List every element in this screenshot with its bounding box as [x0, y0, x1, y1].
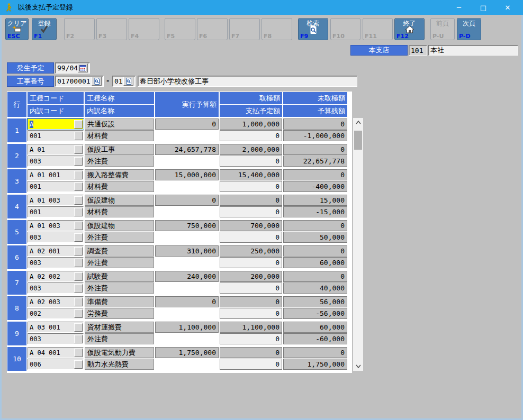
branch-code-field: 101	[409, 45, 427, 56]
maximize-button[interactable]: □	[471, 0, 495, 15]
budget-amount-cell: 0	[155, 296, 219, 307]
project-subcode-field[interactable]: 01	[112, 76, 136, 87]
col-header-kind-code: 工種コード	[28, 92, 84, 104]
toolbar-button-f9[interactable]: 検索F9	[298, 18, 328, 40]
window-title: 以後支払予定登録	[18, 3, 73, 12]
toolbar-button-f12[interactable]: 終了F12	[394, 18, 425, 40]
lookup-icon[interactable]	[74, 259, 83, 267]
detail-name-cell: 材料費	[85, 206, 154, 217]
kind-code-field[interactable]: A 02 001	[28, 245, 84, 257]
unagreed-amount-cell: 0	[283, 169, 347, 180]
lookup-icon[interactable]	[74, 171, 83, 179]
lookup-icon[interactable]	[74, 208, 83, 216]
lookup-icon[interactable]	[74, 349, 83, 357]
kind-code-field[interactable]: A 01 003	[28, 220, 84, 231]
kind-code-field[interactable]: A 01 003	[28, 195, 84, 206]
detail-code-field[interactable]: 003	[28, 232, 84, 243]
scrollbar-thumb[interactable]	[354, 131, 362, 150]
detail-code-field[interactable]: 002	[28, 308, 84, 319]
detail-code-field[interactable]: 003	[28, 333, 84, 344]
table-body: 1 A 001 共通仮設 材料費 0 1,000,000 0 0 -1,000,…	[7, 117, 352, 373]
toolbar-button-p-d[interactable]: 次頁P-D	[457, 18, 481, 40]
col-header-detail-name: 内訳名称	[85, 105, 154, 117]
lookup-icon[interactable]	[74, 145, 83, 154]
minimize-button[interactable]: ─	[447, 0, 471, 15]
lookup-icon[interactable]	[123, 77, 133, 86]
kind-code-field[interactable]: A 02 002	[28, 271, 84, 282]
vertical-scrollbar[interactable]	[353, 118, 363, 371]
toolbar-button-f7: F7	[229, 18, 260, 40]
detail-code-field[interactable]: 003	[28, 282, 84, 294]
scroll-down-icon[interactable]	[353, 362, 363, 371]
kind-code-field[interactable]: A 01	[28, 144, 84, 155]
kind-code-field[interactable]: A	[28, 118, 84, 130]
budget-amount-cell: 0	[155, 195, 219, 206]
kind-code-field[interactable]: A 02 003	[28, 296, 84, 307]
lookup-icon[interactable]	[74, 247, 83, 255]
scroll-up-icon[interactable]	[353, 118, 363, 127]
detail-code-field[interactable]: 001	[28, 130, 84, 141]
lookup-icon[interactable]	[74, 222, 83, 230]
detail-code-field[interactable]: 003	[28, 156, 84, 167]
lookup-icon[interactable]	[74, 284, 83, 293]
occur-month-value: 99/04	[57, 64, 78, 72]
calendar-icon[interactable]	[78, 63, 88, 72]
lookup-icon[interactable]	[74, 272, 83, 281]
kind-code-field[interactable]: A 03 001	[28, 322, 84, 333]
payment-amount-field[interactable]: 0	[220, 156, 282, 167]
col-header-row-no: 行No.	[7, 92, 26, 117]
lookup-icon[interactable]	[74, 157, 83, 166]
lookup-icon[interactable]	[74, 298, 83, 306]
project-code-value: 01700001	[57, 77, 91, 85]
detail-code-field[interactable]: 001	[28, 206, 84, 217]
payment-amount-field[interactable]: 0	[220, 181, 282, 192]
toolbar-button-f11: F11	[363, 18, 393, 40]
detail-name-cell: 外注費	[85, 282, 154, 294]
payment-amount-field[interactable]: 0	[220, 232, 282, 243]
lookup-icon[interactable]	[74, 182, 83, 191]
toolbar-button-f1[interactable]: 登録F1	[32, 18, 57, 40]
payment-amount-field[interactable]: 0	[220, 206, 282, 217]
unagreed-amount-cell: 0	[283, 271, 347, 282]
payment-amount-field[interactable]: 0	[220, 308, 282, 319]
lookup-icon[interactable]	[74, 309, 83, 318]
lookup-icon[interactable]	[74, 233, 83, 242]
remaining-amount-cell: 22,657,778	[283, 156, 347, 167]
table-row: 7 A 02 002 003 試験費 外注費 240,000 200,000 0…	[7, 271, 351, 295]
toolbar-button-f6: F6	[197, 18, 228, 40]
branch-name-field: 本社	[428, 45, 518, 56]
detail-code-field[interactable]: 006	[28, 359, 84, 370]
remaining-amount-cell: 60,000	[283, 257, 347, 268]
toolbar-button-f3: F3	[96, 18, 127, 40]
lookup-icon[interactable]	[92, 77, 102, 86]
payment-amount-field[interactable]: 0	[220, 333, 282, 344]
toolbar-button-esc[interactable]: クリアESC	[5, 18, 29, 40]
detail-code-field[interactable]: 003	[28, 257, 84, 268]
lookup-icon[interactable]	[74, 335, 83, 343]
lookup-icon[interactable]	[74, 120, 83, 129]
detail-name-cell: 外注費	[85, 257, 154, 268]
agreed-amount-cell: 700,000	[220, 220, 282, 231]
remaining-amount-cell: -1,000,000	[283, 130, 347, 141]
detail-code-field[interactable]: 001	[28, 181, 84, 192]
row-number: 3	[7, 169, 26, 193]
lookup-icon[interactable]	[74, 132, 83, 140]
kind-name-cell: 仮設建物	[85, 195, 154, 206]
budget-empty-cell	[155, 308, 219, 319]
payment-amount-field[interactable]: 0	[220, 282, 282, 294]
lookup-icon[interactable]	[74, 360, 83, 369]
project-code-field[interactable]: 01700001	[55, 76, 104, 87]
toolbar-button-f10: F10	[330, 18, 360, 40]
occur-month-field[interactable]: 99/04	[55, 62, 90, 74]
lookup-icon[interactable]	[74, 196, 83, 205]
agreed-amount-cell: 0	[220, 296, 282, 307]
payment-amount-field[interactable]: 0	[220, 130, 282, 141]
close-button[interactable]: ✕	[495, 0, 520, 15]
payment-amount-field[interactable]: 0	[220, 257, 282, 268]
kind-code-field[interactable]: A 01 001	[28, 169, 84, 180]
project-name-field: 春日部小学校改修工事	[138, 76, 357, 87]
payment-amount-field[interactable]: 0	[220, 359, 282, 370]
budget-amount-cell: 1,100,000	[155, 322, 219, 333]
lookup-icon[interactable]	[74, 323, 83, 332]
kind-code-field[interactable]: A 04 001	[28, 347, 84, 358]
